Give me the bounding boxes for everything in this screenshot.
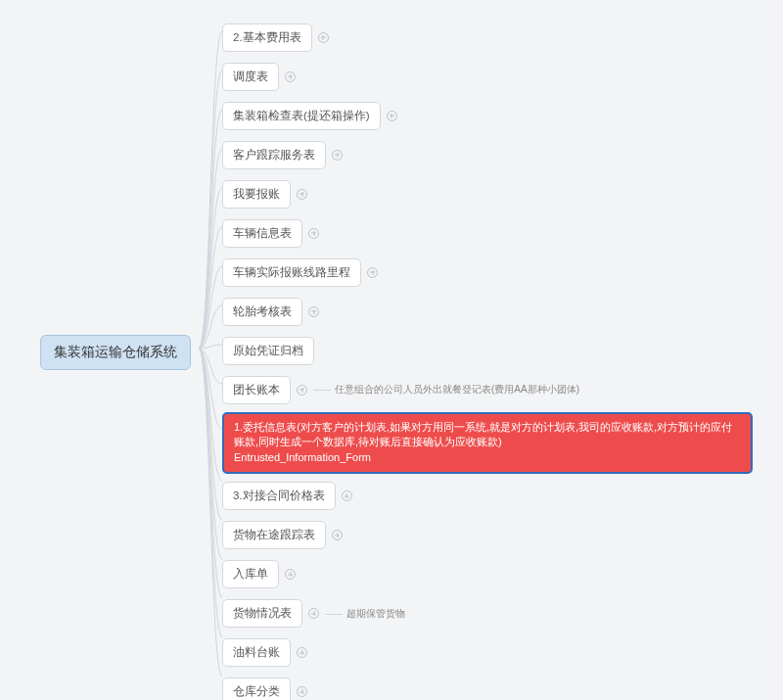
tree-node[interactable]: 入库单 <box>222 560 279 588</box>
node-label: 入库单 <box>233 568 268 580</box>
expand-icon[interactable] <box>297 385 307 396</box>
tree-row: 我要报账 <box>222 174 770 213</box>
expand-icon[interactable] <box>332 530 343 540</box>
tree-node[interactable]: 客户跟踪服务表 <box>222 141 326 169</box>
tree-row: 仓库分类 <box>222 673 770 700</box>
node-label: 2.基本费用表 <box>233 31 301 43</box>
root-label: 集装箱运输仓储系统 <box>54 344 177 359</box>
tree-node[interactable]: 我要报账 <box>222 180 291 209</box>
tree-row: 集装箱检查表(提还箱操作) <box>222 96 770 135</box>
expand-icon[interactable] <box>308 608 319 619</box>
expand-icon[interactable] <box>297 647 307 658</box>
tree-row: 货物情况表超期保管货物 <box>222 594 770 633</box>
tree-row: 车辆实际报账线路里程 <box>222 253 770 292</box>
child-text-node[interactable]: 任意组合的公司人员外出就餐登记表(费用AA那种小团体) <box>335 383 579 397</box>
node-label: 车辆信息表 <box>233 227 292 239</box>
tree-row: 调度表 <box>222 57 770 96</box>
node-label: 货物情况表 <box>233 607 292 619</box>
tree-row: 车辆信息表 <box>222 213 770 253</box>
node-label: 1.委托信息表(对方客户的计划表,如果对方用同一系统,就是对方的计划表,我司的应… <box>234 421 732 447</box>
child-text-node[interactable]: 超期保管货物 <box>346 607 405 621</box>
tree-row: 2.基本费用表 <box>222 18 770 57</box>
node-label: 集装箱检查表(提还箱操作) <box>233 110 370 121</box>
tree-node[interactable]: 集装箱检查表(提还箱操作) <box>222 102 381 130</box>
tree-node[interactable]: 车辆实际报账线路里程 <box>222 258 361 287</box>
node-label: 仓库分类 <box>233 685 280 697</box>
tree-row: 原始凭证归档 <box>222 331 770 370</box>
node-label: 原始凭证归档 <box>233 345 303 356</box>
tree-row: 团长账本任意组合的公司人员外出就餐登记表(费用AA那种小团体) <box>222 370 770 409</box>
node-label: 客户跟踪服务表 <box>233 149 315 161</box>
expand-icon[interactable] <box>308 306 319 317</box>
node-label: 货物在途跟踪表 <box>233 529 315 540</box>
tree-row: 客户跟踪服务表 <box>222 135 770 174</box>
expand-icon[interactable] <box>285 569 296 580</box>
tree-node[interactable]: 货物情况表 <box>222 599 302 628</box>
expand-icon[interactable] <box>285 71 296 82</box>
tree-row: 油料台账 <box>222 633 770 673</box>
expand-icon[interactable] <box>297 189 307 200</box>
tree-row: 货物在途跟踪表 <box>222 516 770 555</box>
expand-icon[interactable] <box>342 490 352 501</box>
expand-icon[interactable] <box>387 111 397 121</box>
tree-node[interactable]: 调度表 <box>222 63 279 91</box>
node-label: 团长账本 <box>233 384 280 396</box>
tree-row: 入库单 <box>222 555 770 594</box>
node-label: 油料台账 <box>233 646 280 658</box>
tree-node[interactable]: 仓库分类 <box>222 677 291 700</box>
node-label: 调度表 <box>233 70 268 82</box>
expand-icon[interactable] <box>308 228 319 239</box>
root-node[interactable]: 集装箱运输仓储系统 <box>40 335 191 370</box>
expand-icon[interactable] <box>297 686 307 697</box>
node-label: 车辆实际报账线路里程 <box>233 266 350 278</box>
tree-node[interactable]: 原始凭证归档 <box>222 337 314 365</box>
tree-row: 轮胎考核表 <box>222 292 770 331</box>
tree-node[interactable]: 团长账本 <box>222 376 291 404</box>
node-label: 3.对接合同价格表 <box>233 490 325 501</box>
highlighted-node[interactable]: 1.委托信息表(对方客户的计划表,如果对方用同一系统,就是对方的计划表,我司的应… <box>222 412 753 474</box>
tree-row: 1.委托信息表(对方客户的计划表,如果对方用同一系统,就是对方的计划表,我司的应… <box>222 412 770 474</box>
tree-node[interactable]: 2.基本费用表 <box>222 23 312 52</box>
node-label: 轮胎考核表 <box>233 305 292 317</box>
children-container: 2.基本费用表调度表集装箱检查表(提还箱操作)客户跟踪服务表我要报账车辆信息表车… <box>222 18 770 700</box>
tree-node[interactable]: 车辆信息表 <box>222 219 302 248</box>
tree-node[interactable]: 轮胎考核表 <box>222 298 302 326</box>
expand-icon[interactable] <box>318 32 329 43</box>
tree-node[interactable]: 油料台账 <box>222 638 291 667</box>
node-sub-label: Entrusted_Information_Form <box>234 450 741 465</box>
tree-node[interactable]: 3.对接合同价格表 <box>222 482 336 510</box>
node-label: 我要报账 <box>233 188 280 200</box>
expand-icon[interactable] <box>367 267 378 278</box>
tree-row: 3.对接合同价格表 <box>222 477 770 516</box>
tree-node[interactable]: 货物在途跟踪表 <box>222 521 326 549</box>
expand-icon[interactable] <box>332 150 343 161</box>
